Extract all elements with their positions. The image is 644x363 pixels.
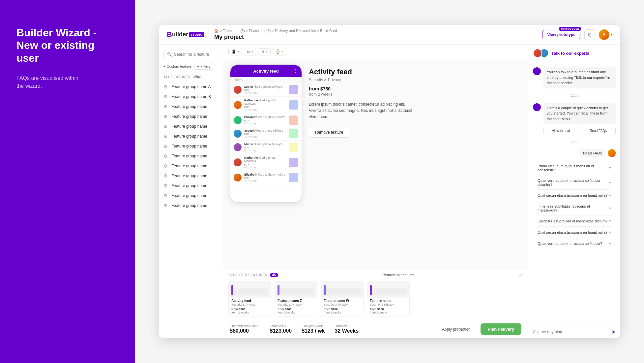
selected-card-1[interactable]: Feature name Z Security & Privacy from $… [275, 281, 317, 316]
card-price-1: from $760 [278, 308, 314, 311]
feed-thumb-5 [289, 158, 298, 167]
chevron-icon: ▾ [237, 50, 239, 53]
chat-input[interactable] [533, 330, 609, 334]
search-input-wrap[interactable]: 🔍 [163, 50, 218, 59]
card-weeks-3: from 2 weeks [370, 311, 407, 314]
view-tutorial-button[interactable]: View tutorial [543, 127, 578, 135]
total-cost-item: Total cost ℹ $123,000 [270, 324, 292, 334]
faq-item-5[interactable]: Quid securi etiam tamquam eu fugiat null… [538, 227, 611, 238]
feed-name-0: Martin liked a photo Jeffrey's [244, 85, 286, 88]
feature-item-9[interactable]: ⚙ Feature group name [159, 171, 223, 181]
faq-item-6[interactable]: Quae vero auctorem tractata ab fiducia? … [538, 238, 611, 249]
faq-chevron-icon-3: ▾ [609, 206, 611, 211]
feature-icon-5: ⚙ [163, 134, 169, 139]
watch-view-button[interactable]: ⌚ ▾ [273, 48, 286, 55]
total-info-icon[interactable]: ℹ [285, 324, 286, 328]
selected-card-0[interactable]: Activity feed Security & Privacy from $7… [228, 281, 271, 316]
avatar-container[interactable]: A ▾ [599, 29, 612, 40]
feature-name-5: Feature group name [171, 134, 207, 139]
feature-name-8: Feature group name [171, 164, 207, 168]
chat-menu-icon[interactable]: ⋮ [610, 50, 616, 56]
selected-features-list: Activity feed Security & Privacy from $7… [228, 281, 523, 316]
tablet-view-button[interactable]: ▭ ▾ [244, 48, 256, 55]
chevron-icon: ▾ [266, 50, 268, 53]
feature-item-2[interactable]: ⚙ Feature group name [159, 102, 223, 112]
feature-icon-0: ⚙ [163, 84, 169, 89]
breadcrumb-path: 🏠 > Templates (3) > Features (45) > Deli… [214, 29, 542, 33]
avatar: A [599, 29, 609, 40]
mobile-view-button[interactable]: 📱 ▾ [228, 48, 242, 55]
expand-icon[interactable]: ⤢ [519, 272, 523, 278]
card-cat-2: Security & Privacy [324, 303, 361, 306]
remove-all-button[interactable]: Remove all features [382, 273, 415, 277]
card-name-0: Activity feed [231, 299, 268, 303]
chat-send-icon[interactable]: ➤ [611, 329, 616, 335]
filters-button[interactable]: ≡ Filters [194, 63, 213, 70]
feature-detail-title: Activity feed [309, 68, 521, 76]
feature-item-10[interactable]: ⚙ Feature group name [159, 181, 223, 191]
faq-item-3[interactable]: Inmensae subtilitatis, obscuris et males… [538, 201, 611, 215]
chevron-icon: ▾ [281, 50, 283, 53]
app-window: Builder STUDIO 🏠 > Templates (3) > Featu… [159, 25, 620, 338]
feed-thumb-4 [289, 143, 298, 152]
chat-bot-avatar-1 [533, 67, 541, 75]
feed-name-5: Katherine liked a photo Monica's [244, 156, 286, 163]
chat-bot-avatar-2 [533, 103, 541, 111]
customisation-info-icon[interactable]: ℹ [258, 324, 260, 328]
faq-text-5: Quid securi etiam tamquam eu fugiat null… [538, 230, 609, 234]
feed-sub-2: post [244, 119, 286, 122]
chevron-icon: ▾ [251, 50, 253, 53]
feature-item-3[interactable]: ⚙ Feature group name [159, 112, 223, 121]
feature-item-0[interactable]: ⚙ Feature group name A [159, 82, 223, 92]
chat-message-2: Here's a couple of quick actions to get … [533, 103, 616, 135]
feature-item-8[interactable]: ⚙ Feature group name [159, 161, 223, 171]
phone-back-icon[interactable]: ← [234, 68, 239, 74]
card-price-2: from $760 [324, 308, 361, 311]
card-preview-1 [275, 281, 317, 298]
chat-msg-body-1: You can talk to a human assitant any tim… [543, 67, 616, 88]
chat-msg-text-1: You can talk to a human assitant any tim… [543, 67, 616, 88]
card-name-2: Feature name W [324, 299, 361, 303]
feed-text-2: Elizabeth liked a photo Paula's post 45 … [244, 116, 286, 125]
faq-item-1[interactable]: Quae vero auctorem tractata ab fiducia d… [538, 176, 611, 190]
feature-item-6[interactable]: ⚙ Feature group name [159, 141, 223, 151]
feature-item-12[interactable]: ⚙ Feature group name [159, 201, 223, 211]
feature-item-5[interactable]: ⚙ Feature group name [159, 131, 223, 141]
feed-sub-3: post [244, 132, 286, 135]
detail-side: Activity feed Security & Privacy from $7… [309, 64, 521, 138]
faq-item-2[interactable]: Quid securi etiam tamquam eu fugiat null… [538, 190, 611, 201]
feed-text-1: Katherine liked a photo Monica's post 45… [244, 99, 286, 111]
feed-sub-1: post [244, 105, 286, 108]
custom-feature-button[interactable]: + Custom feature [163, 64, 191, 68]
plan-delivery-button[interactable]: Plan delivery [481, 323, 521, 335]
feed-text-0: Martin liked a photo Jeffrey's post 45 m… [244, 85, 286, 94]
feature-item-4[interactable]: ⚙ Feature group name [159, 121, 223, 131]
remove-feature-button[interactable]: Remove feature [309, 127, 349, 138]
phone-menu-icon[interactable]: ⋮ [293, 68, 298, 74]
selected-features-label: SELECTED FEATURES [228, 273, 267, 277]
desktop-view-button[interactable]: 🖥 ▾ [258, 48, 271, 55]
faq-item-0[interactable]: Prima luce, cum quibus mons aliud consen… [538, 161, 611, 175]
read-faqs-button[interactable]: Read FAQs [581, 127, 616, 135]
left-title: Builder Wizard - New or existing user [16, 26, 119, 64]
feed-name-4: Martin liked a photo Jeffrey's [244, 143, 286, 146]
feature-list: ⚙ Feature group name A ⚙ Feature group n… [159, 82, 223, 333]
feature-icon-8: ⚙ [163, 163, 169, 169]
selected-card-3[interactable]: Feature name Security & Privacy from $16… [367, 281, 410, 316]
feed-item-1: Katherine liked a photo Monica's post 45… [230, 97, 302, 114]
feature-item-11[interactable]: ⚙ Feature group name [159, 191, 223, 201]
chat-messages: You can talk to a human assitant any tim… [528, 62, 620, 325]
search-input[interactable] [174, 52, 215, 57]
feed-time-1: 45 min ago [244, 108, 286, 111]
feed-item-4: Martin liked a photo Jeffrey's post 45 m… [230, 141, 302, 154]
feature-item-7[interactable]: ⚙ Feature group name [159, 151, 223, 161]
feature-detail-weeks: from 2 weeks [309, 92, 521, 97]
share-icon[interactable]: ⎘ [584, 29, 595, 40]
apply-promo-button[interactable]: Apply promotion [442, 327, 471, 332]
selected-card-2[interactable]: Feature name W Security & Privacy from $… [321, 281, 364, 316]
feature-item-1[interactable]: ⚙ Feature group name B [159, 92, 223, 102]
view-prototype-button[interactable]: COMING SOON View prototype [542, 30, 580, 39]
feed-text-5: Katherine liked a photo Monica's post 45… [244, 156, 286, 169]
feed-avatar-4 [234, 143, 242, 151]
faq-item-4[interactable]: Curabitur est gravida et libero vitae di… [538, 216, 611, 227]
